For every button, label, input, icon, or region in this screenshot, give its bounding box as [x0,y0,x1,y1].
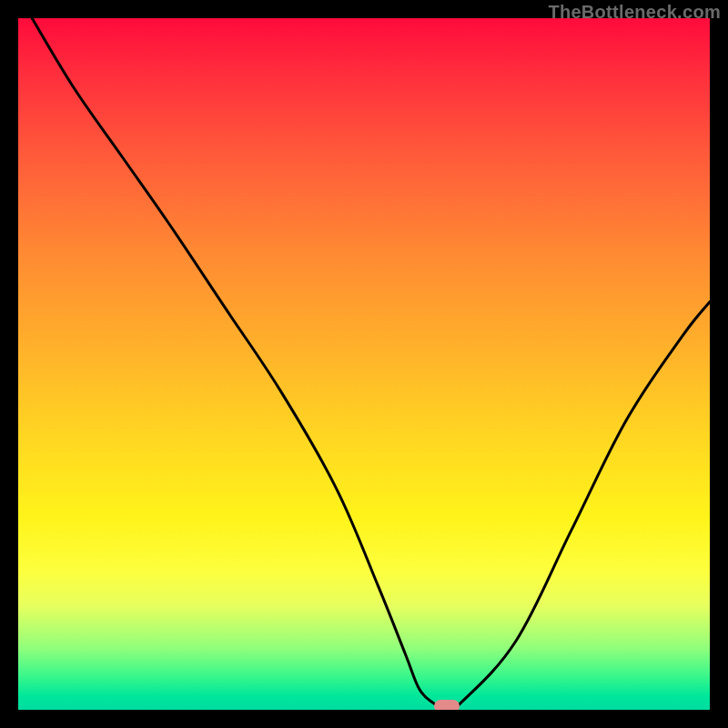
chart-frame: TheBottleneck.com [0,0,728,728]
bottleneck-marker [434,700,460,710]
bottleneck-curve [32,18,710,710]
plot-area [18,18,710,710]
curve-svg [18,18,710,710]
